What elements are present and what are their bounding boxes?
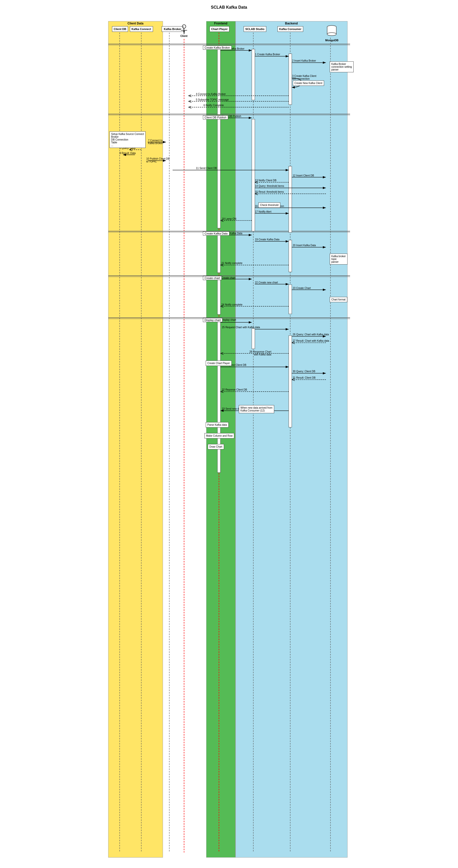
svg-rect-33	[289, 240, 292, 272]
section-display-chart: Display chart	[203, 318, 223, 322]
svg-rect-27	[252, 49, 255, 100]
msg-17: 17 Notifly Alert	[255, 210, 271, 213]
lifeline-mongodb: MongoDB	[325, 25, 339, 42]
msg-19: 19 Create Kafka Data	[255, 238, 279, 241]
frontend-lane-label: Frontend	[206, 22, 236, 25]
diagram-container: SCLAB Kafka Data Client Data Frontend Ba…	[0, 0, 458, 868]
msg-10: 10 Publish Client DBto TOPIC	[146, 157, 170, 163]
svg-rect-35	[289, 285, 292, 314]
msg-1: 1 Create Kafka Broker	[255, 53, 280, 56]
note-parse-kafka-data: Parse Kafka data	[206, 422, 229, 428]
note-when-new-data: When new data arrived fromKafka Consumer…	[239, 405, 274, 413]
msg-13: 13 Notify Client DB	[255, 179, 276, 182]
actor-client: Client	[180, 25, 188, 37]
msg-25: 25 Request Chart with Kafka data	[222, 326, 260, 329]
msg-22: 22 Create new chart	[255, 281, 278, 284]
section-client-db-publish: Client DB Publish	[203, 115, 228, 119]
note-make-column-row: Make Column and Row	[205, 433, 235, 438]
msg-2: 2 Insert Kafka Broker	[292, 59, 316, 62]
note-chart-format: Chart format	[330, 297, 347, 302]
svg-rect-37	[252, 329, 255, 349]
svg-rect-30	[252, 119, 255, 231]
note-setup-kafka-source: Setup Kafka Source Connect Broker DB Con…	[110, 131, 146, 148]
section-create-kafka-broker: Create Kafka Broker	[203, 45, 232, 50]
msg-23: 23 Create Chart	[293, 287, 311, 289]
note-kafka-broker-connection: Kafka Brokerconnection settingparser	[330, 61, 354, 72]
msg-24: 24 Notify complete	[221, 303, 243, 306]
msg-display-chart: Display chart	[221, 318, 236, 321]
note-create-chart-player: Create Chart Player	[206, 361, 232, 366]
note-kafka-broker-topic-parser: Kafka brokertopicparser	[330, 254, 348, 265]
lifeline-client-db: Client DB	[112, 26, 128, 32]
client-lane-label: Client Data	[108, 22, 163, 25]
msg-6: 6 Notify Complete	[204, 104, 224, 107]
svg-rect-32	[217, 233, 220, 273]
msg-31: 31 Result: Client DB	[293, 376, 316, 379]
msg-30: 30 Query: Client DB	[293, 370, 315, 373]
msg-3: 3 Create Kafka Clientwith connection	[292, 74, 316, 80]
lifeline-sclab-studio: SCLAB Studio	[244, 26, 266, 32]
svg-point-4	[327, 33, 336, 36]
msg-create-chart: Create chart	[221, 277, 236, 279]
msg-14: 14 Query: threshold items	[255, 185, 284, 187]
msg-9: 9 Result: Data	[120, 152, 136, 155]
sequence-area: Client Data Frontend Backend Client DB K…	[107, 12, 351, 865]
msg-11: 11 Send Client DB	[196, 167, 217, 169]
msg-20: 20 Insert Kafka Data	[293, 244, 316, 247]
msg-27: 27 Result: Chart with Kafka data	[293, 339, 329, 342]
backend-lane-label: Backend	[236, 22, 347, 25]
msg-21: 21 Notify complete	[221, 262, 243, 265]
msg-18: 18 Lamp ON	[222, 217, 237, 220]
msg-5: 5 Subscribe TOPIC message	[196, 98, 229, 101]
section-create-kafka-data: Create Kafka Data	[203, 231, 230, 236]
msg-28: 28 Response Chartwith Kafka data	[249, 350, 271, 356]
svg-rect-31	[289, 166, 292, 232]
svg-rect-36	[217, 320, 220, 472]
note-draw-chart: Draw Chart	[208, 444, 224, 450]
diagram-title: SCLAB Kafka Data	[5, 5, 453, 10]
lifeline-kafka-connect: Kafka Connect	[130, 26, 153, 32]
section-create-chart: Create chart	[203, 276, 222, 280]
note-create-new-kafka-client: Create New Kafka Client	[293, 81, 324, 86]
msg-4: 4 Connect to Kafka Broker	[196, 93, 226, 95]
msg-7: 7 Connect toKafka Broker	[148, 139, 163, 145]
msg-12: 12 Insert Client DB	[293, 174, 314, 177]
svg-rect-34	[217, 278, 220, 314]
note-check-threshold: Check threshold	[258, 203, 280, 208]
msg-26: 26 Query: Chart with Kafka data	[293, 333, 329, 336]
msg-15: 15 Resut: threshold items	[255, 190, 284, 193]
msg-32: 32 Reponse Client DB	[222, 388, 247, 391]
svg-rect-28	[289, 54, 292, 105]
svg-rect-29	[217, 116, 220, 228]
lifeline-kafka-consumer: Kafka Consumer	[277, 26, 303, 32]
lifeline-chart-player: Chart Player	[210, 26, 230, 32]
svg-rect-38	[289, 336, 292, 427]
